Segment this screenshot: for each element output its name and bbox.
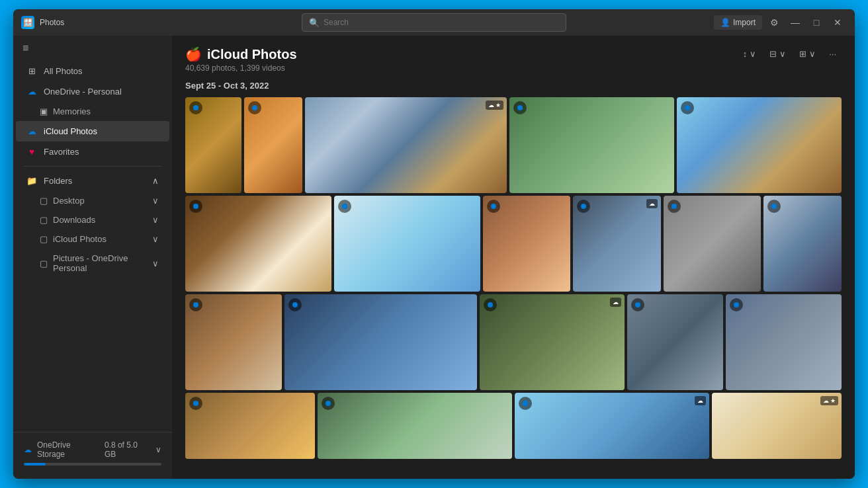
cloud-badge: ☁ ★	[486, 101, 503, 110]
pictures-icon: ▢	[40, 259, 48, 268]
maximize-button[interactable]: □	[807, 13, 826, 32]
photo-item[interactable]	[677, 97, 842, 193]
photo-item[interactable]	[627, 294, 724, 390]
photo-badge	[189, 101, 202, 114]
sidebar-item-all-photos[interactable]: ⊞ All Photos	[16, 61, 169, 81]
photo-item[interactable]	[185, 97, 241, 193]
photo-badge	[248, 101, 261, 114]
import-button[interactable]: 👤 Import	[714, 15, 762, 30]
view-chevron: ∨	[809, 49, 816, 59]
storage-section: ☁ OneDrive Storage 0.8 of 5.0 GB ∨	[13, 432, 172, 473]
filter-chevron: ∨	[779, 49, 786, 59]
date-range: Sept 25 - Oct 3, 2022	[185, 81, 842, 91]
folders-section[interactable]: 📁 Folders ∧	[16, 171, 169, 191]
storage-bar	[24, 463, 161, 466]
cloud-icon: ☁	[649, 200, 655, 207]
star-icon: ★	[830, 397, 836, 404]
photo-item[interactable]	[483, 196, 571, 292]
icloud-icon: ☁	[26, 126, 37, 136]
close-button[interactable]: ✕	[828, 13, 847, 32]
divider	[24, 166, 161, 167]
filter-button[interactable]: ⊟ ∨	[764, 46, 791, 61]
photo-badge	[577, 200, 590, 213]
photo-item[interactable]	[509, 97, 674, 193]
sidebar-item-memories[interactable]: ▣ Memories	[16, 102, 169, 121]
photo-item[interactable]	[185, 393, 315, 459]
import-icon: 👤	[720, 18, 730, 27]
search-bar[interactable]: 🔍	[302, 13, 566, 32]
photo-item[interactable]: ☁ ★	[305, 97, 507, 193]
photo-badge	[767, 200, 781, 213]
photo-item[interactable]	[726, 294, 842, 390]
pictures-chevron: ∨	[152, 259, 159, 268]
sidebar-item-icloud[interactable]: ☁ iCloud Photos	[16, 121, 169, 142]
filter-icon: ⊟	[769, 49, 777, 59]
storage-fill	[24, 463, 46, 466]
photo-badge	[189, 397, 202, 410]
all-photos-icon: ⊞	[26, 66, 37, 76]
view-icon: ⊞	[799, 49, 806, 59]
photo-item[interactable]: ☁ ★	[712, 393, 842, 459]
star-icon: ★	[496, 102, 501, 108]
cloud-badge: ☁	[695, 396, 706, 405]
icloud-folder-icon: ▢	[40, 234, 48, 244]
photo-item[interactable]	[763, 196, 842, 292]
sidebar-item-icloud-folder[interactable]: ▢ iCloud Photos ∨	[16, 229, 169, 249]
storage-chevron: ∨	[155, 445, 161, 454]
minimize-button[interactable]: —	[786, 13, 804, 32]
cloud-badge: ☁	[610, 298, 621, 307]
photo-badge	[487, 200, 500, 213]
photo-item[interactable]: ☁	[480, 294, 625, 390]
folders-icon: 📁	[26, 176, 37, 186]
storage-label[interactable]: ☁ OneDrive Storage 0.8 of 5.0 GB ∨	[24, 440, 161, 459]
photo-count: 40,639 photos, 1,399 videos	[185, 63, 297, 73]
search-container: 🔍	[302, 13, 566, 32]
photo-item[interactable]	[185, 294, 282, 390]
memories-icon: ▣	[40, 106, 48, 116]
settings-icon: ⚙	[770, 17, 779, 28]
sort-chevron: ∨	[750, 49, 756, 59]
content-area: 🍎 iCloud Photos 40,639 photos, 1,399 vid…	[172, 36, 855, 479]
photo-item[interactable]	[664, 196, 761, 292]
photo-badge	[631, 298, 644, 311]
photo-item[interactable]	[185, 196, 331, 292]
photo-item[interactable]	[318, 393, 512, 459]
more-button[interactable]: ···	[824, 46, 842, 61]
search-input[interactable]	[324, 18, 559, 27]
cloud-icon: ☁	[697, 397, 703, 404]
photo-item[interactable]: ☁	[573, 196, 661, 292]
content-header: 🍎 iCloud Photos 40,639 photos, 1,399 vid…	[185, 46, 842, 73]
photo-row-3: ☁	[185, 294, 842, 390]
toolbar: ↕ ∨ ⊟ ∨ ⊞ ∨ ···	[738, 46, 842, 61]
icloud-title-icon: 🍎	[185, 46, 202, 62]
photo-badge	[519, 397, 532, 410]
photo-badge	[668, 200, 681, 213]
title-bar: 🪟 Photos 🔍 👤 Import ⚙ — □ ✕	[13, 9, 855, 36]
photo-item[interactable]	[334, 196, 480, 292]
onedrive-icon: ☁	[26, 87, 37, 97]
photo-row-4: ☁ ☁ ★	[185, 393, 842, 459]
downloads-chevron: ∨	[152, 215, 159, 225]
sidebar-item-onedrive[interactable]: ☁ OneDrive - Personal	[16, 81, 169, 102]
photo-badge	[513, 101, 527, 114]
sidebar-item-pictures[interactable]: ▢ Pictures - OneDrive Personal ∨	[16, 249, 169, 278]
photo-item[interactable]: ☁	[515, 393, 709, 459]
sidebar-item-downloads[interactable]: ▢ Downloads ∨	[16, 210, 169, 229]
sort-button[interactable]: ↕ ∨	[738, 46, 762, 61]
page-title: 🍎 iCloud Photos	[185, 46, 297, 62]
app-window: 🪟 Photos 🔍 👤 Import ⚙ — □ ✕	[13, 9, 855, 479]
photo-row-1: ☁ ★	[185, 97, 842, 193]
photo-badge	[681, 101, 694, 114]
view-button[interactable]: ⊞ ∨	[794, 46, 821, 61]
photo-item[interactable]	[284, 294, 477, 390]
app-icon: 🪟	[21, 16, 34, 29]
sidebar-item-favorites[interactable]: ♥ Favorites	[16, 142, 169, 162]
photo-badge	[730, 298, 743, 311]
sidebar-item-desktop[interactable]: ▢ Desktop ∨	[16, 191, 169, 210]
minimize-icon: —	[791, 17, 800, 28]
settings-button[interactable]: ⚙	[765, 13, 783, 32]
hamburger-button[interactable]: ≡	[13, 36, 172, 61]
photo-item[interactable]	[244, 97, 302, 193]
close-icon: ✕	[834, 17, 842, 28]
main-content: ≡ ⊞ All Photos ☁ OneDrive - Personal ▣ M…	[13, 36, 855, 479]
